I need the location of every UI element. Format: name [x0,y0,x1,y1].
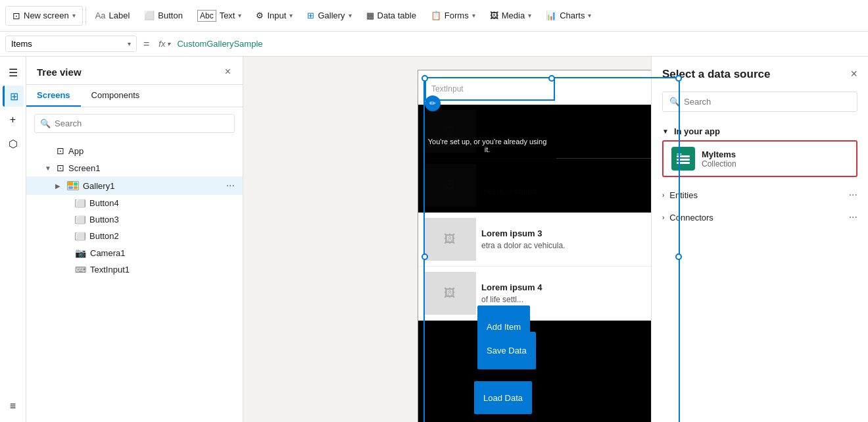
tab-screens-label: Screens [37,90,70,100]
fx-chevron-icon: ▾ [167,40,170,47]
gallery-title-2: Lorem ipsum 2 [481,174,542,184]
connectors-dots-button[interactable]: ··· [849,211,857,223]
app-label: App [68,146,84,156]
toolbar-divider-1 [85,7,86,25]
connectors-chevron-icon: › [662,214,664,221]
media-label: Media [502,11,525,20]
data-table-icon: ▦ [366,11,374,20]
connectors-label: Connectors [669,213,713,223]
my-items-icon [671,147,695,171]
text-icon: Abc [197,10,216,22]
chevron-down-icon-input: ▾ [289,12,293,19]
connectors-row[interactable]: › Connectors ··· [662,206,857,228]
tree-close-button[interactable]: × [224,65,232,79]
forms-button[interactable]: 📋 Forms ▾ [424,7,482,24]
text-button[interactable]: Abc Text ▾ [191,6,249,26]
charts-button[interactable]: 📊 Charts ▾ [539,7,598,24]
tree-item-button4[interactable]: ⬜ Button4 [26,195,243,211]
gallery-image-3: 🖼 [423,218,476,261]
my-items-item[interactable]: MyItems Collection [662,140,857,177]
gallery1-dots-button[interactable]: ··· [226,180,235,192]
formula-value[interactable]: CustomGallerySample [177,39,863,49]
save-data-button[interactable]: Save Data [477,332,536,369]
label-button[interactable]: Aa Label [89,7,137,24]
fx-button[interactable]: fx ▾ [156,39,173,49]
svg-rect-3 [677,153,682,155]
gallery-text-2: Lorem ipsum 2 metus, tincidunt [481,174,542,196]
tree-item-button2[interactable]: ⬜ Button2 [26,228,243,244]
sidebar-add-button[interactable]: + [3,109,24,130]
edit-pencil-icon[interactable]: ✏ [425,95,441,111]
media-button[interactable]: 🖼 Media ▾ [483,7,538,24]
in-your-app-header[interactable]: ▼ In your app [662,122,857,140]
canvas-textinput[interactable]: TextInput [425,77,555,101]
entities-row-left: › Entities [662,190,698,200]
sidebar-screens-button[interactable]: ⊞ [3,86,24,107]
data-search-input[interactable] [684,97,850,107]
label-label: Label [109,11,130,20]
tree-search-input[interactable] [55,119,229,128]
tree-item-gallery1[interactable]: ▶ Gallery1 ··· [26,176,243,195]
entities-row[interactable]: › Entities ··· [662,184,857,206]
gallery-icon: ⊞ [307,11,314,20]
chevron-down-icon-media: ▾ [528,12,531,19]
charts-label: Charts [560,11,585,20]
items-dropdown-label: Items [11,39,32,49]
forms-icon: 📋 [431,11,441,20]
items-dropdown[interactable]: Items ▾ [5,36,137,52]
screen1-icon: ⊡ [57,163,64,173]
camera1-icon: 📷 [75,248,86,258]
data-panel-close-button[interactable]: × [850,67,857,81]
sidebar-data-button[interactable]: ⬡ [3,133,24,154]
gallery-desc-2: metus, tincidunt [481,187,542,196]
button-label: Button [158,11,183,20]
gallery-image-1: 🖼 [423,110,476,153]
data-source-panel: Select a data source × 🔍 ▼ In your app [651,57,868,422]
gallery-title-1: Lorem ipsum 1 [481,120,542,130]
main-layout: ☰ ⊞ + ⬡ ≡ Tree view × Screens Components [0,57,868,422]
button4-icon: ⬜ [75,199,85,207]
app-icon: ⊡ [57,145,64,156]
button2-label: Button2 [89,231,119,241]
tree-item-app[interactable]: ⊡ App [26,142,243,159]
forms-label: Forms [445,11,469,20]
data-panel-header: Select a data source × [662,67,857,81]
input-label: Input [267,11,286,20]
tree-item-textinput1[interactable]: ⌨ TextInput1 [26,261,243,278]
textinput1-label: TextInput1 [90,265,130,275]
textinput1-icon: ⌨ [75,265,86,275]
tree-tabs: Screens Components [26,85,243,107]
tab-screens[interactable]: Screens [26,85,81,107]
tree-item-button3[interactable]: ⬜ Button3 [26,211,243,228]
my-items-type: Collection [702,159,848,169]
in-your-app-chevron-icon: ▼ [662,128,669,135]
tab-components[interactable]: Components [81,85,151,107]
load-data-button[interactable]: Load Data [474,381,532,414]
button-button[interactable]: ⬜ Button [137,7,189,24]
charts-icon: 📊 [546,11,556,20]
screens-icon: ⊞ [10,90,18,103]
tree-item-screen1[interactable]: ▼ ⊡ Screen1 [26,159,243,176]
menu-icon: ☰ [9,66,18,79]
gallery-desc-1: sit amet, [481,133,542,142]
gallery-button[interactable]: ⊞ Gallery ▾ [301,7,358,24]
entities-dots-button[interactable]: ··· [849,189,857,201]
camera1-label: Camera1 [90,248,125,258]
tree-item-camera1[interactable]: 📷 Camera1 [26,244,243,261]
connectors-row-left: › Connectors [662,213,713,223]
sidebar-controls-button[interactable]: ≡ [3,396,24,417]
data-search-box[interactable]: 🔍 [662,92,857,112]
data-table-button[interactable]: ▦ Data table [360,7,423,24]
tree-search-box[interactable]: 🔍 [34,114,235,133]
new-screen-button[interactable]: ⊡ New screen ▾ [5,6,83,26]
sidebar-menu-button[interactable]: ☰ [3,62,24,83]
fx-label: fx [158,39,165,49]
formula-bar: Items ▾ = fx ▾ CustomGallerySample [0,32,868,57]
button-icon: ⬜ [144,11,155,20]
input-button[interactable]: ⚙ Input ▾ [249,7,299,24]
data-table-label: Data table [377,11,416,20]
entities-label: Entities [669,190,698,200]
new-screen-label: New screen [24,11,69,20]
gallery-text-4: Lorem ipsum 4 of life settl... [481,282,542,304]
svg-rect-1 [677,159,690,161]
